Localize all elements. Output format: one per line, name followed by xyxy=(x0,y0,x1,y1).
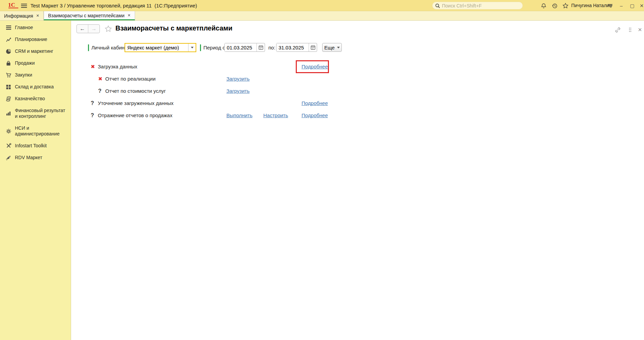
sales-icon xyxy=(5,60,12,66)
sidebar: ГлавноеПланированиеCRM и маркетингПродаж… xyxy=(0,21,71,340)
period-to-field[interactable] xyxy=(276,43,317,52)
sidebar-item-label: Закупки xyxy=(15,72,32,78)
sidebar-item-infostart-toolkit[interactable]: Infostart Toolkit xyxy=(0,140,71,152)
chevron-down-icon xyxy=(337,47,340,48)
calendar-icon[interactable] xyxy=(309,43,317,51)
search-icon xyxy=(435,3,440,8)
task-row: ✖Отчет по реализацииЗагрузить xyxy=(71,74,644,83)
period-from-field[interactable] xyxy=(224,43,265,52)
configure-link[interactable]: Настроить xyxy=(263,111,288,120)
nsi-admin-icon xyxy=(5,128,12,134)
main-content: ← → Взаиморасчеты с маркетплейсами ✕ Лич… xyxy=(71,21,644,340)
sidebar-item-purchases[interactable]: Закупки xyxy=(0,69,71,81)
user-menu-icon[interactable] xyxy=(606,2,614,9)
search-input[interactable] xyxy=(442,3,520,8)
sidebar-item-label: CRM и маркетинг xyxy=(15,48,53,54)
task-label: Отчет по стоимости услуг xyxy=(105,86,166,95)
application-window: 1С Test Маркет 3 / Управление торговлей,… xyxy=(0,0,644,340)
task-row: ?Уточнение загруженных данныхПодробнее xyxy=(71,99,644,108)
tab-close-icon[interactable]: ✕ xyxy=(36,14,39,18)
tab-label: Взаиморасчеты с маркетплейсами xyxy=(48,13,125,18)
sidebar-item-treasury[interactable]: Казначейство xyxy=(0,93,71,105)
tab-bar: Информация ✕ Взаиморасчеты с маркетплейс… xyxy=(0,11,644,21)
minimize-button[interactable]: – xyxy=(617,0,625,11)
copy-link-icon[interactable] xyxy=(614,26,621,34)
infostart-toolkit-icon xyxy=(5,143,12,149)
more-button[interactable]: Еще xyxy=(322,43,342,52)
details-link[interactable]: Подробнее xyxy=(302,62,328,71)
details-link[interactable]: Подробнее xyxy=(302,99,328,108)
sidebar-item-label: Планирование xyxy=(15,37,47,42)
favorites-star-icon[interactable] xyxy=(562,2,569,9)
task-row: ?Отражение отчетов о продажахВыполнитьНа… xyxy=(71,111,644,120)
cabinet-input[interactable] xyxy=(125,44,188,51)
chevron-down-icon[interactable] xyxy=(188,44,196,51)
window-titlebar: 1С Test Маркет 3 / Управление торговлей,… xyxy=(0,0,644,11)
sidebar-item-finance-result[interactable]: Финансовый результат и контроллинг xyxy=(0,105,71,122)
close-window-button[interactable]: ✕ xyxy=(638,0,644,11)
finance-result-icon xyxy=(5,110,12,116)
sidebar-item-planning[interactable]: Планирование xyxy=(0,34,71,45)
sidebar-item-main[interactable]: Главное xyxy=(0,22,71,34)
rdv-market-icon xyxy=(5,155,12,161)
task-label: Уточнение загруженных данных xyxy=(98,99,174,108)
period-to-label: по: xyxy=(268,43,275,52)
sidebar-item-label: RDV Маркет xyxy=(15,155,42,161)
planning-icon xyxy=(5,37,12,43)
calendar-icon[interactable] xyxy=(257,43,265,51)
close-form-icon[interactable]: ✕ xyxy=(636,26,644,34)
sidebar-item-label: Склад и доставка xyxy=(15,84,54,90)
question-icon: ? xyxy=(91,99,94,108)
question-icon: ? xyxy=(98,86,102,95)
page-title: Взаиморасчеты с маркетплейсами xyxy=(115,24,232,32)
main-menu-icon[interactable] xyxy=(21,3,27,8)
sidebar-item-warehouse-delivery[interactable]: Склад и доставка xyxy=(0,81,71,93)
period-from-input[interactable] xyxy=(225,43,257,51)
maximize-button[interactable]: ▢ xyxy=(628,0,636,11)
purchases-icon xyxy=(5,72,12,78)
notifications-bell-icon[interactable] xyxy=(540,2,547,9)
sidebar-item-label: Казначейство xyxy=(15,96,45,102)
add-to-favorites-star-icon[interactable] xyxy=(105,25,112,34)
back-button[interactable]: ← xyxy=(77,25,88,33)
period-to-input[interactable] xyxy=(276,43,309,51)
window-title: Test Маркет 3 / Управление торговлей, ре… xyxy=(30,0,197,11)
tab-label: Информация xyxy=(4,13,33,19)
navigation-buttons: ← → xyxy=(76,24,100,33)
forward-button[interactable]: → xyxy=(88,25,99,33)
svg-text:1С: 1С xyxy=(8,2,15,8)
warehouse-delivery-icon xyxy=(5,84,12,90)
sidebar-item-sales[interactable]: Продажи xyxy=(0,57,71,69)
load-link[interactable]: Загрузить xyxy=(226,74,250,83)
load-link[interactable]: Загрузить xyxy=(226,86,250,95)
sidebar-item-label: Продажи xyxy=(15,60,35,66)
tab-marketplace-settlements[interactable]: Взаиморасчеты с маркетплейсами ✕ xyxy=(44,11,135,20)
sidebar-item-nsi-admin[interactable]: НСИ и администрирование xyxy=(0,122,71,140)
treasury-icon xyxy=(5,96,12,102)
current-user[interactable]: Пичугина Наталия xyxy=(571,0,612,11)
task-label: Отчет по реализации xyxy=(105,74,156,83)
group-separator xyxy=(88,44,89,51)
global-search[interactable] xyxy=(432,2,523,9)
error-icon: ✖ xyxy=(91,62,95,71)
sidebar-item-rdv-market[interactable]: RDV Маркет xyxy=(0,152,71,164)
group-separator xyxy=(200,44,201,51)
run-link[interactable]: Выполнить xyxy=(226,111,252,120)
question-icon: ? xyxy=(91,111,94,120)
more-button-label: Еще xyxy=(324,45,335,50)
crm-marketing-icon xyxy=(5,48,12,55)
task-label: Отражение отчетов о продажах xyxy=(98,111,172,120)
tab-close-icon[interactable]: ✕ xyxy=(128,13,131,18)
1c-logo[interactable]: 1С xyxy=(8,2,20,9)
more-actions-icon[interactable] xyxy=(626,26,634,34)
details-link[interactable]: Подробнее xyxy=(302,111,328,120)
sidebar-item-crm-marketing[interactable]: CRM и маркетинг xyxy=(0,45,71,57)
sidebar-item-label: Infostart Toolkit xyxy=(15,143,47,149)
error-icon: ✖ xyxy=(98,74,103,83)
sidebar-item-label: Главное xyxy=(15,25,33,30)
cabinet-select[interactable] xyxy=(125,43,196,52)
tab-information[interactable]: Информация ✕ xyxy=(0,11,44,20)
history-icon[interactable] xyxy=(551,2,558,9)
sidebar-item-label: НСИ и администрирование xyxy=(15,125,69,137)
task-row: ✖Загрузка данныхПодробнее xyxy=(71,62,644,71)
